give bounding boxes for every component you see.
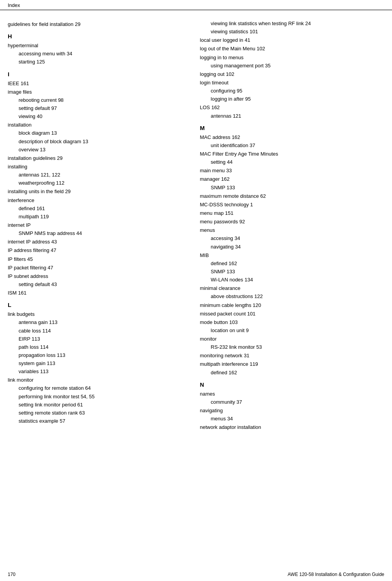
index-entry: installing (8, 163, 188, 171)
index-entry: setting remote station rank 63 (8, 409, 188, 417)
index-entry: hyperterminal (8, 42, 188, 50)
index-entry: multipath 119 (8, 213, 188, 221)
index-entry: mode button 103 (200, 319, 384, 326)
index-entry: LOS 162 (200, 104, 384, 111)
index-entry: IEEE 161 (8, 80, 188, 87)
index-entry: log out of the Main Menu 102 (200, 45, 384, 53)
index-entry: navigating 34 (200, 243, 384, 251)
index-entry: IP packet filtering 47 (8, 264, 188, 272)
index-entry: SNMP NMS trap address 44 (8, 230, 188, 237)
index-entry: cable loss 114 (8, 327, 188, 335)
index-entry: setting default 43 (8, 281, 188, 288)
page-footer: 170 AWE 120-58 Installation & Configurat… (8, 572, 384, 577)
index-entry: EIRP 113 (8, 335, 188, 343)
index-entry: antennas 121 (200, 112, 384, 120)
index-entry: setting default 97 (8, 105, 188, 112)
index-entry: link budgets (8, 310, 188, 318)
index-entry: description of block diagram 13 (8, 138, 188, 146)
index-entry: performing link monitor test 54, 55 (8, 393, 188, 401)
index-entry: location on unit 9 (200, 327, 384, 334)
section-letter-n: N (200, 380, 384, 389)
index-entry: login timeout (200, 79, 384, 87)
page-number: 170 (8, 572, 15, 577)
index-entry: antenna gain 113 (8, 319, 188, 326)
index-entry: main menu 33 (200, 167, 384, 175)
header-title: Index (8, 2, 20, 8)
section-letter-l: L (8, 301, 188, 309)
index-entry: Wi-LAN nodes 134 (200, 276, 384, 284)
index-entry: statistics example 57 (8, 417, 188, 425)
index-entry: MIB (200, 252, 384, 259)
index-entry: ISM 161 (8, 289, 188, 297)
index-entry: rebooting current 98 (8, 96, 188, 104)
index-entry: maximum remote distance 62 (200, 192, 384, 200)
index-entry: SNMP 133 (200, 268, 384, 276)
index-entry: setting 44 (200, 158, 384, 166)
index-entry: viewing 40 (8, 113, 188, 120)
index-entry: internet IP address 43 (8, 238, 188, 246)
index-entry: local user logged in 41 (200, 36, 384, 44)
index-entry: block diagram 13 (8, 129, 188, 137)
index-entry: network adaptor installation (200, 423, 384, 431)
index-entry: defined 161 (8, 205, 188, 213)
index-entry: MAC address 162 (200, 134, 384, 141)
index-entry: menus (200, 226, 384, 234)
page-header: Index (0, 0, 392, 10)
index-entry: navigating (200, 407, 384, 415)
section-letter-h: H (8, 32, 188, 40)
index-entry: accessing menu with 34 (8, 50, 188, 58)
index-entry: unit identification 37 (200, 142, 384, 149)
index-entry: menus 34 (200, 415, 384, 423)
index-entry: monitor (200, 335, 384, 343)
index-entry: RS-232 link monitor 53 (200, 343, 384, 351)
index-entry: weatherproofing 112 (8, 179, 188, 187)
index-entry: logging in to menus (200, 54, 384, 62)
index-entry: logging out 102 (200, 70, 384, 78)
index-entry: IP filters 45 (8, 255, 188, 263)
index-entry: path loss 114 (8, 343, 188, 351)
index-entry: overview 13 (8, 146, 188, 154)
right-column: viewing link statistics when testing RF … (196, 20, 384, 432)
index-entry: defined 162 (200, 260, 384, 267)
index-entry: guidelines for field installation 29 (8, 21, 188, 28)
index-entry: IP subnet address (8, 273, 188, 280)
index-entry: MAC Filter Entry Age Time Minutes (200, 150, 384, 158)
index-entry: above obstructions 122 (200, 293, 384, 300)
index-entry: installing units in the field 29 (8, 188, 188, 195)
index-entry: SNMP 133 (200, 184, 384, 192)
index-entry: IP address filtering 47 (8, 247, 188, 254)
index-entry: viewing link statistics when testing RF … (200, 20, 384, 27)
section-letter-i: I (8, 70, 188, 78)
index-entry: monitoring network 31 (200, 352, 384, 360)
index-entry: variables 113 (8, 368, 188, 375)
index-entry: internet IP (8, 221, 188, 229)
index-entry: manager 162 (200, 175, 384, 183)
index-entry: configuring for remote station 64 (8, 384, 188, 392)
section-letter-m: M (200, 124, 384, 132)
index-entry: propagation loss 113 (8, 351, 188, 359)
index-entry: MC-DSSS technology 1 (200, 201, 384, 209)
index-entry: interference (8, 197, 188, 204)
index-entry: viewing statistics 101 (200, 28, 384, 36)
index-entry: setting link monitor period 61 (8, 401, 188, 409)
index-entry: configuring 95 (200, 87, 384, 95)
index-entry: minimal clearance (200, 285, 384, 292)
index-entry: minimum cable lengths 120 (200, 302, 384, 309)
index-entry: installation (8, 121, 188, 129)
index-entry: missed packet count 101 (200, 310, 384, 318)
index-entry: names (200, 390, 384, 398)
index-entry: antennas 121, 122 (8, 171, 188, 179)
index-entry: defined 162 (200, 369, 384, 377)
index-entry: installation guidelines 29 (8, 154, 188, 162)
doc-title: AWE 120-58 Installation & Configuration … (288, 572, 384, 577)
index-entry: menu map 151 (200, 209, 384, 217)
index-entry: accessing 34 (200, 235, 384, 242)
index-entry: starting 125 (8, 58, 188, 66)
index-entry: image files (8, 88, 188, 96)
index-entry: menu passwords 92 (200, 218, 384, 226)
index-entry: multipath interference 119 (200, 360, 384, 368)
index-entry: system gain 113 (8, 360, 188, 367)
index-entry: logging in after 95 (200, 95, 384, 103)
index-entry: community 37 (200, 398, 384, 406)
index-entry: using management port 35 (200, 62, 384, 70)
